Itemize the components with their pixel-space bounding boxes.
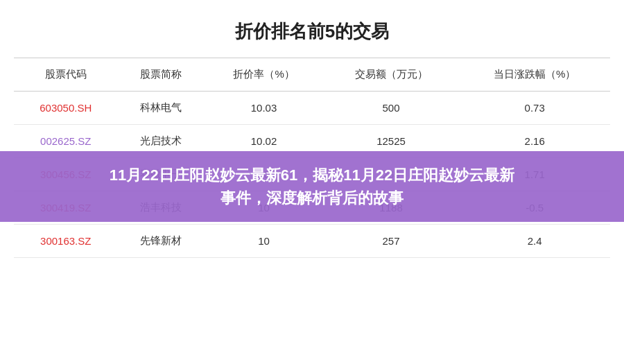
col-header-name: 股票简称 — [118, 58, 205, 92]
table-header-row: 股票代码 股票简称 折价率（%） 交易额（万元） 当日涨跌幅（%） — [14, 58, 610, 92]
banner-line1: 11月22日庄阳赵妙云最新61，揭秘11月22日庄阳赵妙云最新 — [110, 166, 514, 184]
col-header-discount: 折价率（%） — [205, 58, 322, 92]
table-row: 603050.SH 科林电气 10.03 500 0.73 — [14, 92, 610, 125]
cell-discount: 10.03 — [205, 92, 322, 125]
cell-volume: 500 — [323, 92, 460, 125]
page-title: 折价排名前5的交易 — [0, 0, 624, 58]
cell-code: 603050.SH — [14, 92, 118, 125]
col-header-change: 当日涨跌幅（%） — [459, 58, 610, 92]
col-header-code: 股票代码 — [14, 58, 118, 92]
cell-change: 0.73 — [459, 92, 610, 125]
col-header-volume: 交易额（万元） — [323, 58, 460, 92]
overlay-banner[interactable]: 11月22日庄阳赵妙云最新61，揭秘11月22日庄阳赵妙云最新 事件，深度解析背… — [0, 151, 624, 222]
cell-volume: 257 — [323, 225, 460, 258]
page-container: 折价排名前5的交易 股票代码 股票简称 折价率（%） 交易额（万元） 当日涨跌幅… — [0, 0, 624, 364]
cell-change: 2.4 — [459, 225, 610, 258]
cell-code: 300163.SZ — [14, 225, 118, 258]
cell-name: 先锋新材 — [118, 225, 205, 258]
table-row: 300163.SZ 先锋新材 10 257 2.4 — [14, 225, 610, 258]
cell-name: 科林电气 — [118, 92, 205, 125]
banner-line2: 事件，深度解析背后的故事 — [220, 189, 404, 207]
banner-text: 11月22日庄阳赵妙云最新61，揭秘11月22日庄阳赵妙云最新 事件，深度解析背… — [21, 164, 603, 209]
cell-discount: 10 — [205, 225, 322, 258]
